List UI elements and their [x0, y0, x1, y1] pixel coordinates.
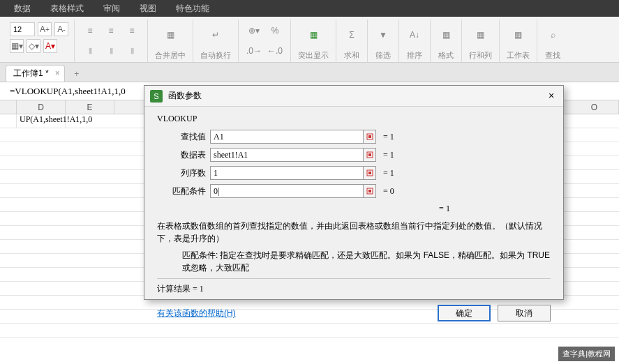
calculation-result: 计算结果 = 1: [157, 283, 551, 295]
arg-result: = 1: [383, 132, 394, 142]
decimal-dec-icon[interactable]: ←.0: [267, 43, 283, 59]
menu-table-style[interactable]: 表格样式: [40, 3, 94, 15]
menu-view[interactable]: 视图: [130, 3, 166, 15]
fill-color-icon[interactable]: ◇▾: [27, 39, 40, 53]
sum-label[interactable]: 求和: [344, 50, 359, 61]
decrease-font-icon[interactable]: A-: [54, 22, 68, 36]
close-tab-icon[interactable]: ×: [55, 68, 60, 78]
decimal-inc-icon[interactable]: .0→: [246, 43, 262, 59]
cancel-button[interactable]: 取消: [498, 305, 551, 321]
formula-result: = 1: [338, 204, 551, 214]
align-right-icon[interactable]: ≡: [124, 22, 140, 39]
wrap-label: 自动换行: [200, 50, 231, 61]
align-center-icon[interactable]: ≡: [103, 22, 119, 39]
app-icon: S: [150, 90, 163, 103]
sort-icon[interactable]: A↓: [406, 26, 423, 43]
highlight-label[interactable]: 突出显示: [298, 50, 329, 61]
arg-result: = 1: [383, 150, 394, 160]
col-header[interactable]: O: [570, 100, 619, 114]
arg-range-lookup-input[interactable]: [210, 184, 364, 198]
sort-label[interactable]: 排序: [407, 50, 422, 61]
help-link[interactable]: 有关该函数的帮助(H): [157, 308, 236, 319]
highlight-icon[interactable]: ▦: [305, 26, 322, 43]
find-icon[interactable]: ⌕: [544, 26, 561, 43]
arg-label: 匹配条件: [157, 185, 206, 197]
align-top-icon[interactable]: ⫴: [82, 43, 98, 59]
menu-data[interactable]: 数据: [4, 3, 40, 15]
arg-label: 列序数: [157, 167, 206, 179]
range-select-icon[interactable]: [364, 166, 376, 180]
font-size-input[interactable]: [10, 22, 35, 36]
ribbon: A+ A- ▦▾ ◇▾ A▾ ≡ ≡ ≡ ⫴ ⫴ ⫴ ▦ 合并居中 ↵ 自动换行…: [0, 17, 619, 63]
find-label[interactable]: 查找: [545, 50, 560, 61]
col-header[interactable]: E: [66, 100, 114, 114]
add-tab-button[interactable]: +: [69, 66, 84, 82]
arg-lookup-value-input[interactable]: [210, 130, 364, 144]
worksheet-label[interactable]: 工作表: [507, 50, 530, 61]
arg-label: 数据表: [157, 149, 206, 161]
range-select-icon[interactable]: [364, 130, 376, 144]
format-icon[interactable]: ▦: [438, 26, 454, 43]
format-label[interactable]: 格式: [438, 50, 454, 61]
arg-result: = 0: [383, 186, 394, 197]
cell[interactable]: UP(A1,sheet1!A1,1,0: [17, 114, 66, 128]
function-description: 在表格或数值数组的首列查找指定的数值，并由此返回表格或数组当前行中指定列处的数值…: [157, 220, 551, 245]
worksheet-icon[interactable]: ▦: [510, 26, 527, 43]
workbook-tab[interactable]: 工作簿1 * ×: [6, 65, 65, 82]
menu-bar: 数据 表格样式 审阅 视图 特色功能: [0, 0, 619, 17]
svg-rect-1: [368, 135, 371, 138]
arg-result: = 1: [383, 168, 394, 179]
filter-icon[interactable]: ▼: [375, 26, 391, 43]
svg-rect-3: [368, 153, 371, 156]
align-bottom-icon[interactable]: ⫴: [124, 43, 140, 59]
rowcol-label[interactable]: 行和列: [469, 50, 492, 61]
workbook-tab-strip: 工作簿1 * × +: [0, 63, 619, 82]
workbook-tab-name: 工作簿1 *: [13, 68, 49, 78]
align-left-icon[interactable]: ≡: [82, 22, 98, 39]
ok-button[interactable]: 确定: [438, 305, 491, 321]
function-name: VLOOKUP: [157, 114, 551, 124]
menu-special[interactable]: 特色功能: [166, 3, 219, 15]
dialog-title: 函数参数: [168, 90, 545, 102]
argument-description: 匹配条件: 指定在查找时是要求精确匹配，还是大致匹配。如果为 FALSE，精确匹…: [157, 249, 551, 274]
function-arguments-dialog: S 函数参数 × VLOOKUP 查找值 = 1 数据表 = 1 列序数 = 1…: [144, 85, 564, 300]
col-header-corner[interactable]: [0, 100, 17, 114]
wrap-icon[interactable]: ↵: [207, 26, 224, 43]
increase-font-icon[interactable]: A+: [38, 22, 52, 36]
align-middle-icon[interactable]: ⫴: [103, 43, 119, 59]
arg-label: 查找值: [157, 131, 206, 143]
merge-label: 合并居中: [155, 50, 186, 61]
watermark: 查字典|教程网: [558, 347, 615, 361]
font-color-icon[interactable]: A▾: [43, 39, 57, 53]
menu-review[interactable]: 审阅: [94, 3, 130, 15]
currency-icon[interactable]: ⊕▾: [246, 22, 262, 39]
filter-label[interactable]: 筛选: [375, 50, 391, 61]
svg-rect-5: [368, 172, 371, 174]
percent-icon[interactable]: %: [267, 22, 283, 39]
arg-table-array-input[interactable]: [210, 148, 364, 162]
close-icon[interactable]: ×: [545, 90, 558, 103]
range-select-icon[interactable]: [364, 184, 376, 198]
svg-rect-7: [368, 190, 371, 192]
col-header[interactable]: D: [17, 100, 66, 114]
range-select-icon[interactable]: [364, 148, 376, 162]
sum-icon[interactable]: Σ: [343, 26, 360, 43]
merge-icon[interactable]: ▦: [162, 26, 179, 43]
border-icon[interactable]: ▦▾: [10, 39, 24, 53]
dialog-titlebar[interactable]: S 函数参数 ×: [144, 86, 563, 107]
arg-col-index-input[interactable]: [210, 166, 364, 180]
rowcol-icon[interactable]: ▦: [472, 26, 489, 43]
